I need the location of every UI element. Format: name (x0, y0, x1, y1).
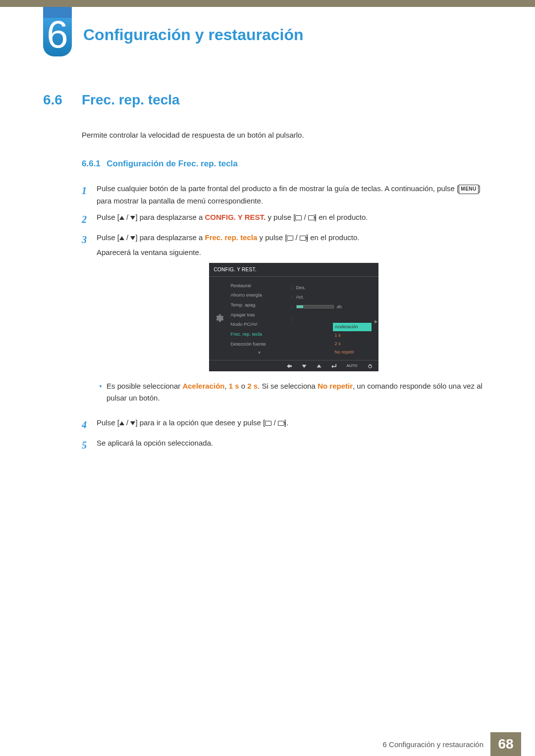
step-4: 4 Pulse [ / ] para ir a la opción que de… (82, 417, 490, 433)
bullet-icon (100, 385, 102, 387)
osd-popup-item: 2 s (333, 340, 372, 348)
osd-item-active: Frec. rep. tecla (231, 329, 288, 339)
triangle-up-icon (119, 421, 124, 425)
top-stripe (0, 0, 535, 7)
triangle-down-icon (130, 236, 135, 240)
osd-item: Ahorro energía (231, 290, 288, 300)
step-number: 1 (82, 183, 97, 207)
triangle-down-icon (302, 362, 307, 369)
step-number: 2 (82, 211, 97, 228)
osd-item: Restaurar (231, 281, 288, 291)
osd-value: Act. (296, 293, 304, 301)
step-1: 1 Pulse cualquier botón de la parte fron… (82, 183, 490, 207)
osd-item: Detección fuente (231, 339, 288, 349)
footer-chapter-label: 6 Configuración y restauración (383, 740, 490, 749)
osd-values: :Des. :Act. :4h : Aceleración 1 s 2 s No… (288, 280, 378, 357)
note-bullet: Es posible seleccionar Aceleración, 1 s … (97, 380, 490, 404)
section-description: Permite controlar la velocidad de respue… (82, 131, 490, 139)
section-title: Frec. rep. tecla (82, 92, 180, 108)
step-text: Pulse [ / ] para ir a la opción que dese… (97, 417, 490, 433)
scroll-down-icon: ▼ (231, 350, 288, 356)
monitor-source-icon (308, 215, 315, 220)
section-heading: 6.6 Frec. rep. tecla (43, 92, 490, 108)
monitor-icon (295, 215, 302, 220)
step-3: 3 Pulse [ / ] para desplazarse a Frec. r… (82, 232, 490, 413)
osd-popup-item: 1 s (333, 331, 372, 340)
step-number: 4 (82, 417, 97, 433)
triangle-up-icon (119, 216, 124, 220)
menu-button-label: MENU (459, 185, 478, 194)
note-text: Es posible seleccionar Aceleración, 1 s … (107, 380, 490, 404)
page-content: 6.6 Frec. rep. tecla Permite controlar l… (43, 92, 490, 457)
svg-rect-1 (370, 364, 370, 366)
step-2: 2 Pulse [ / ] para desplazarse a CONFIG.… (82, 211, 490, 228)
gear-icon (209, 280, 229, 357)
chapter-badge: 6 (43, 7, 72, 57)
osd-item: Modo PC/AV (231, 319, 288, 329)
monitor-icon (287, 236, 293, 241)
triangle-up-icon (119, 236, 124, 240)
osd-slider (296, 305, 334, 308)
osd-menu-list: Restaurar Ahorro energía Temp. apag. Apa… (229, 280, 288, 357)
triangle-down-icon (130, 421, 135, 425)
scroll-right-icon: ▶ (374, 318, 377, 325)
chapter-title: Configuración y restauración (83, 26, 304, 44)
subsection-title: Configuración de Frec. rep. tecla (107, 159, 238, 168)
step-text: Pulse [ / ] para desplazarse a Frec. rep… (97, 232, 490, 413)
subsection-number: 6.6.1 (82, 159, 101, 168)
osd-popup: Aceleración 1 s 2 s No repetir (333, 323, 372, 356)
osd-item: Temp. apag. (231, 300, 288, 310)
triangle-up-icon (317, 362, 321, 369)
step-text: Pulse cualquier botón de la parte fronta… (97, 183, 490, 207)
osd-title: CONFIG. Y REST. (209, 263, 378, 277)
enter-icon (331, 362, 336, 369)
section-number: 6.6 (43, 92, 72, 108)
osd-popup-item: No repetir (333, 348, 372, 356)
page-footer: 6 Configuración y restauración 68 (0, 732, 535, 756)
monitor-icon (265, 421, 271, 426)
step-5: 5 Se aplicará la opción seleccionada. (82, 437, 490, 454)
step-text: Pulse [ / ] para desplazarse a CONFIG. Y… (97, 211, 490, 228)
osd-popup-item-selected: Aceleración (333, 323, 372, 331)
monitor-source-icon (300, 236, 306, 241)
chapter-number: 6 (47, 15, 68, 53)
triangle-down-icon (130, 216, 135, 220)
osd-value: Des. (296, 284, 306, 292)
monitor-source-icon (278, 421, 284, 426)
back-icon (287, 362, 292, 369)
page-number: 68 (490, 732, 521, 756)
subsection-heading: 6.6.1 Configuración de Frec. rep. tecla (82, 159, 490, 169)
step-text: Se aplicará la opción seleccionada. (97, 437, 490, 454)
osd-footer: AUTO (209, 360, 378, 371)
osd-item: Apagar tras (231, 310, 288, 320)
step-number: 3 (82, 232, 97, 413)
step-note: Aparecerá la ventana siguiente. (97, 247, 490, 259)
step-number: 5 (82, 437, 97, 454)
power-icon (368, 362, 373, 369)
auto-label: AUTO (346, 362, 357, 369)
steps-list: 1 Pulse cualquier botón de la parte fron… (82, 183, 490, 454)
osd-window: CONFIG. Y REST. Restaurar Ahorro energía… (209, 263, 378, 371)
osd-value: 4h (337, 303, 342, 311)
